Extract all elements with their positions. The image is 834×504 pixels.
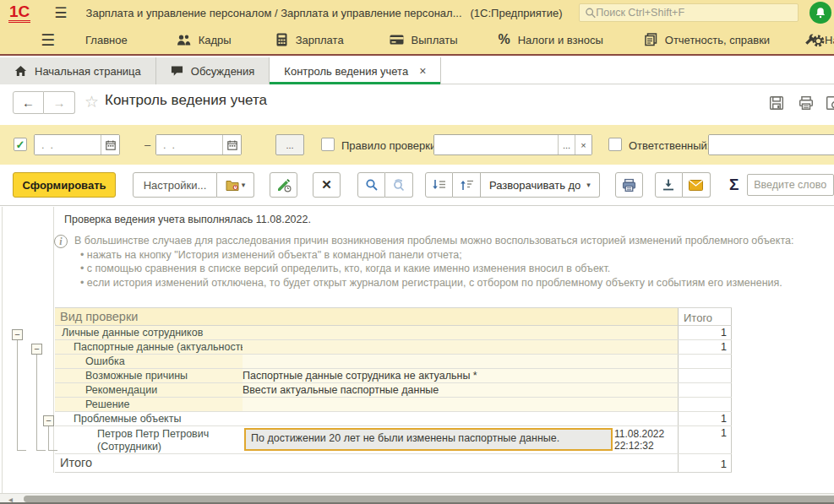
window-title: Зарплата и управление персоналом / Зарпл…	[86, 7, 462, 19]
selected-problem-cell[interactable]: По достижении 20 лет не были изменены па…	[244, 428, 613, 451]
print-button[interactable]	[795, 92, 817, 114]
favorite-star-icon[interactable]: ☆	[84, 92, 99, 111]
report-filters: ✓ – ... Правило проверк	[0, 125, 834, 165]
menu-item-label: Настройка	[825, 34, 834, 46]
tab-label: Начальная страница	[35, 65, 141, 78]
date-range-dash: –	[144, 138, 150, 151]
menu-item-label: Зарплата	[296, 34, 344, 46]
calculator-icon	[275, 33, 288, 46]
close-report-button[interactable]: ✕	[313, 172, 341, 198]
row-total: 1	[678, 326, 732, 339]
tab-home[interactable]: Начальная страница	[0, 57, 156, 84]
send-mail-button[interactable]	[683, 172, 711, 198]
responsible-input[interactable]	[709, 135, 834, 154]
rule-more-button[interactable]: ...	[558, 135, 575, 154]
page-header: ← → ☆ Контроль ведения учета	[0, 84, 834, 122]
report-left-border	[2, 207, 3, 493]
global-search[interactable]	[579, 3, 799, 22]
group-collapse-toggle[interactable]: −	[12, 329, 23, 340]
tab-discussions[interactable]: Обсуждения	[156, 57, 270, 84]
horizontal-scrollbar[interactable]: ◂	[0, 493, 834, 504]
global-search-input[interactable]	[596, 7, 793, 19]
expand-to-button[interactable]: Разворачивать до ▾	[481, 172, 600, 198]
toolbar-print-button[interactable]	[615, 172, 643, 198]
expand-all-button[interactable]	[425, 172, 453, 198]
table-footer-row: Итого 1	[55, 454, 732, 473]
save-button[interactable]	[766, 92, 788, 114]
report-toolbar: Сформировать Настройки... ▾ ✕	[0, 165, 834, 206]
tab-close-icon[interactable]: ×	[419, 64, 426, 78]
gear-icon[interactable]	[811, 34, 826, 48]
back-button[interactable]: ←	[13, 91, 44, 114]
row-label: Рекомендации	[55, 383, 243, 397]
table-row[interactable]: Паспортные данные (актуальность) 1	[55, 340, 732, 355]
report-search-input[interactable]	[754, 179, 827, 191]
table-row[interactable]: Решение	[55, 398, 732, 412]
menu-item-taxes[interactable]: % Налоги и взносы	[499, 32, 603, 47]
tab-control[interactable]: Контроль ведения учета ×	[270, 57, 441, 84]
rule-input[interactable]	[434, 135, 558, 154]
find-next-icon	[392, 178, 406, 192]
expand-all-icon	[432, 178, 446, 192]
rule-checkbox[interactable]	[321, 138, 335, 151]
group-collapse-toggle[interactable]: −	[31, 344, 42, 355]
open-tabs-bar: Начальная страница Обсуждения Контроль в…	[0, 57, 834, 84]
collapse-all-button[interactable]	[453, 172, 481, 198]
table-row[interactable]: Ошибка	[55, 355, 732, 369]
table-row[interactable]: Рекомендации Ввести актуальные паспортны…	[55, 383, 732, 398]
row-total	[678, 383, 732, 397]
search-group	[357, 172, 413, 198]
row-value: Ввести актуальные паспортные данные	[243, 383, 614, 397]
settings-button[interactable]: Настройки...	[133, 172, 217, 198]
find-button[interactable]	[357, 172, 385, 198]
menu-item-hr[interactable]: Кадры	[177, 34, 232, 46]
row-label: Личные данные сотрудников	[55, 326, 243, 339]
date-to-calendar-button[interactable]	[222, 135, 241, 154]
table-row[interactable]: Возможные причины Паспортные данные сотр…	[55, 369, 732, 383]
change-history-button[interactable]	[270, 172, 297, 198]
table-row-problem-object[interactable]: Петров Петр Петрович (Сотрудники) По дос…	[55, 426, 732, 454]
group-collapse-toggle[interactable]: −	[43, 415, 54, 426]
responsible-checkbox[interactable]	[608, 138, 622, 151]
menu-item-main[interactable]: Главное	[85, 34, 128, 46]
menu-item-label: Главное	[85, 34, 128, 46]
menu-item-salary[interactable]: Зарплата	[275, 33, 344, 46]
table-row[interactable]: Личные данные сотрудников 1	[55, 326, 732, 340]
dropdown-caret-icon: ▾	[586, 181, 591, 189]
generate-button[interactable]: Сформировать	[13, 172, 116, 198]
date-from-calendar-button[interactable]	[101, 135, 119, 154]
date-from-input[interactable]	[35, 135, 101, 154]
calendar-icon	[106, 140, 116, 150]
report-variants-button[interactable]: ▾	[217, 172, 254, 198]
table-header-row: Вид проверки Итого	[55, 307, 732, 326]
titlebar-menu-icon[interactable]: ☰	[54, 4, 67, 22]
report-executed-text: Проверка ведения учета выполнялась 11.08…	[64, 214, 311, 225]
period-checkbox[interactable]: ✓	[14, 138, 27, 151]
row-label: Проблемные объекты	[55, 412, 243, 425]
report-search[interactable]	[747, 174, 834, 196]
minus-icon: −	[34, 344, 39, 354]
footer-total: 1	[678, 454, 732, 472]
export-group	[655, 172, 711, 198]
scroll-left-arrow[interactable]: ◂	[8, 495, 13, 504]
close-icon: ✕	[321, 177, 332, 192]
group-bracket-line	[48, 426, 49, 451]
forward-button[interactable]: →	[44, 91, 75, 114]
footer-label: Итого	[55, 454, 678, 472]
date-to-input[interactable]	[156, 135, 222, 154]
rule-clear-button[interactable]: ×	[575, 135, 591, 154]
menu-item-payments[interactable]: Выплаты	[390, 34, 458, 46]
menu-item-reports[interactable]: Отчетность, справки	[644, 33, 770, 46]
history-nav: ← →	[13, 91, 75, 114]
print-preview-button[interactable]	[822, 92, 834, 114]
sections-menu-icon[interactable]: ☰	[41, 30, 55, 50]
expand-group: Разворачивать до ▾	[425, 172, 600, 198]
find-next-button[interactable]	[385, 172, 413, 198]
table-row[interactable]: Проблемные объекты 1	[55, 412, 732, 426]
scrollbar-thumb[interactable]	[24, 496, 834, 502]
sum-sigma-icon[interactable]: Σ	[729, 176, 739, 194]
period-more-button[interactable]: ...	[275, 134, 304, 155]
save-file-button[interactable]	[655, 172, 683, 198]
notifications-button[interactable]	[809, 2, 831, 24]
row-label: Ошибка	[55, 355, 243, 368]
